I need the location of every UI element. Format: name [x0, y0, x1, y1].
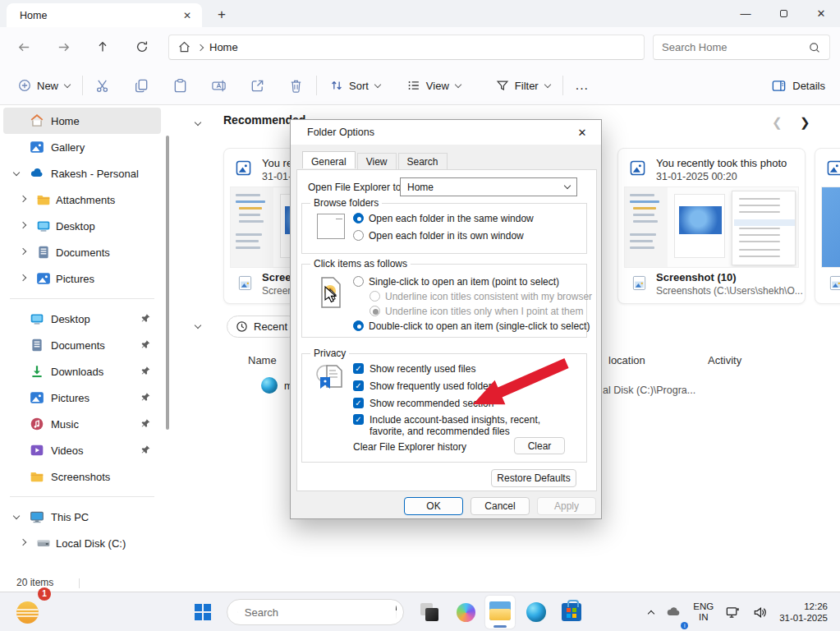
column-header-location[interactable]: location — [608, 354, 645, 366]
taskbar-search-input[interactable] — [245, 606, 389, 619]
address-bar[interactable]: Home — [168, 35, 645, 60]
clear-button[interactable]: Clear — [514, 437, 565, 454]
sidebar-item-desktop[interactable]: Desktop — [3, 213, 161, 239]
sidebar-item-home[interactable]: Home — [3, 108, 161, 134]
tab-general[interactable]: General — [302, 151, 356, 168]
sidebar-scrollbar[interactable] — [166, 136, 169, 430]
edge-button[interactable] — [521, 596, 551, 629]
chevron-right-icon[interactable] — [20, 248, 26, 255]
recommended-next-button[interactable]: ❯ — [800, 115, 810, 130]
checkbox-account-insights[interactable]: ✓ — [353, 414, 364, 425]
sidebar-item-music[interactable]: Music — [3, 411, 161, 437]
widgets-weather-button[interactable]: 1 — [8, 592, 46, 631]
recommended-card[interactable] — [815, 148, 840, 304]
search-box[interactable] — [653, 35, 830, 60]
sidebar-item-downloads[interactable]: Downloads — [3, 358, 161, 385]
sidebar-item-gallery[interactable]: Gallery — [3, 134, 161, 160]
sidebar-item-local-disk-c[interactable]: Local Disk (C:) — [3, 530, 161, 556]
chevron-right-icon[interactable] — [20, 539, 26, 546]
sidebar-item-this-pc[interactable]: This PC — [3, 504, 161, 530]
tab-close-icon[interactable]: ✕ — [181, 9, 194, 22]
volume-tray-icon[interactable] — [748, 596, 772, 629]
cancel-button[interactable]: Cancel — [470, 497, 530, 515]
ok-button[interactable]: OK — [404, 497, 463, 515]
new-tab-button[interactable]: + — [212, 5, 232, 25]
collapse-recommended-chevron-icon[interactable] — [195, 119, 201, 126]
radio-label[interactable]: Open each folder in its own window — [369, 230, 524, 242]
details-button[interactable]: Details — [771, 78, 825, 94]
checkbox-label[interactable]: Include account-based insights, recent, … — [370, 414, 576, 437]
checkbox-label[interactable]: Show recently used files — [370, 363, 475, 375]
collapse-recent-chevron-icon[interactable] — [195, 322, 201, 329]
restore-defaults-button[interactable]: Restore Defaults — [491, 469, 576, 487]
column-header-name[interactable]: Name — [248, 354, 277, 366]
sidebar-item-attachments[interactable]: Attachments — [3, 187, 161, 213]
radio-underline-point[interactable] — [370, 306, 380, 316]
file-explorer-button[interactable] — [485, 596, 515, 629]
cut-button[interactable] — [88, 71, 118, 99]
back-button[interactable] — [10, 33, 38, 61]
search-input[interactable] — [662, 41, 808, 53]
up-button[interactable] — [89, 33, 117, 61]
microsoft-store-button[interactable] — [557, 596, 586, 629]
filter-button[interactable]: Filter — [488, 71, 558, 99]
checkbox-frequently-used[interactable]: ✓ — [353, 380, 364, 391]
more-options-button[interactable]: ... — [568, 71, 596, 99]
sidebar-item-desktop-pinned[interactable]: Desktop — [3, 306, 161, 332]
start-button[interactable] — [190, 592, 216, 631]
column-header-activity[interactable]: Activity — [708, 354, 741, 366]
sidebar-item-videos[interactable]: Videos — [3, 437, 161, 463]
taskbar-search-box[interactable] — [227, 599, 404, 625]
refresh-button[interactable] — [128, 33, 156, 61]
checkbox-label[interactable]: Show recommended section — [370, 398, 493, 409]
radio-own-window[interactable] — [353, 230, 364, 241]
share-button[interactable] — [242, 71, 273, 99]
clock-tray[interactable]: 12:2631-01-2025 — [775, 596, 832, 629]
chevron-down-icon[interactable] — [13, 513, 20, 519]
chevron-right-icon[interactable] — [20, 222, 26, 228]
view-button[interactable]: View — [399, 71, 468, 99]
sort-button[interactable]: Sort — [322, 71, 388, 99]
maximize-button[interactable] — [764, 0, 802, 27]
tab-search[interactable]: Search — [398, 153, 448, 170]
rename-button[interactable] — [204, 71, 234, 99]
breadcrumb[interactable]: Home — [209, 41, 238, 53]
checkbox-label[interactable]: Show frequently used folders — [370, 380, 497, 392]
language-indicator[interactable]: ENGIN — [689, 596, 718, 629]
recommended-card[interactable]: You recently took this photo 31-01-2025 … — [617, 148, 806, 304]
radio-same-window[interactable] — [353, 213, 364, 223]
sidebar-item-pictures-pinned[interactable]: Pictures — [3, 385, 161, 411]
sidebar-item-pictures[interactable]: Pictures — [3, 265, 161, 292]
radio-label[interactable]: Open each folder in the same window — [369, 213, 534, 224]
open-to-dropdown[interactable]: Home — [400, 177, 577, 196]
sidebar-item-documents-pinned[interactable]: Documents — [3, 332, 161, 358]
radio-single-click[interactable] — [353, 276, 364, 287]
dialog-close-button[interactable]: ✕ — [570, 124, 594, 140]
new-button[interactable]: New — [10, 71, 77, 99]
minimize-button[interactable]: — — [727, 0, 764, 27]
tab-view[interactable]: View — [357, 153, 397, 170]
sidebar-item-onedrive[interactable]: Rakesh - Personal — [3, 160, 161, 187]
task-view-button[interactable] — [415, 596, 444, 629]
radio-double-click[interactable] — [353, 320, 364, 331]
sidebar-item-screenshots[interactable]: Screenshots — [3, 463, 161, 490]
close-button[interactable]: ✕ — [802, 0, 840, 27]
copy-button[interactable] — [126, 71, 157, 99]
delete-button[interactable] — [281, 71, 311, 99]
chevron-right-icon[interactable] — [20, 196, 26, 202]
recommended-prev-button[interactable]: ❮ — [772, 115, 783, 130]
chevron-down-icon[interactable] — [13, 169, 20, 176]
chevron-right-icon[interactable] — [20, 274, 26, 281]
forward-button[interactable] — [49, 33, 77, 61]
radio-label[interactable]: Double-click to open an item (single-cli… — [369, 320, 590, 332]
checkbox-recently-used[interactable]: ✓ — [353, 363, 364, 374]
onedrive-tray-icon[interactable]: i — [661, 596, 686, 629]
checkbox-show-recommended[interactable]: ✓ — [353, 398, 364, 408]
tray-overflow-chevron[interactable] — [645, 596, 658, 629]
sidebar-item-documents[interactable]: Documents — [3, 239, 161, 265]
recent-section-pill[interactable]: Recent — [227, 316, 300, 338]
tab-home[interactable]: Home ✕ — [7, 3, 202, 27]
paste-button[interactable] — [165, 71, 195, 99]
radio-label[interactable]: Single-click to open an item (point to s… — [369, 276, 559, 288]
copilot-button[interactable] — [451, 596, 480, 629]
